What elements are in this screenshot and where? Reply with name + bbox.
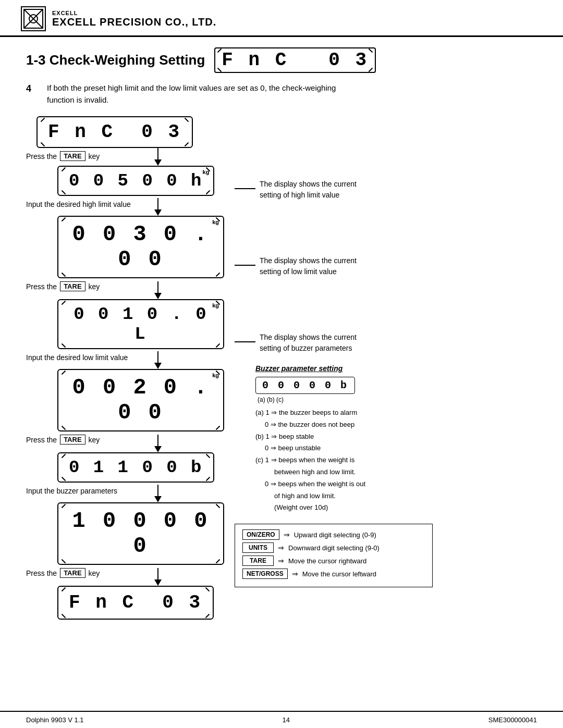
- annotation-low-text: The display shows the currentsetting of …: [260, 255, 357, 277]
- buzzer-section: Buzzer parameter setting 0 0 0 0 0 b (a)…: [255, 364, 537, 513]
- input-buzzer-label: Input the buzzer parameters: [26, 487, 117, 495]
- key-label-1: key: [89, 152, 100, 161]
- display-fnc-03-top: F n C 0 3: [36, 116, 193, 148]
- display-buzzer-current: 0 1 1 0 0 b: [57, 452, 214, 483]
- kg-label-1: kg: [203, 169, 210, 175]
- tare-button-1[interactable]: TARE: [60, 151, 85, 161]
- buzzer-item-c1b: between high and low limit.: [255, 467, 537, 478]
- key-tare-desc: Move the cursor rightward: [288, 557, 366, 565]
- buzzer-display-text: 0 0 0 0 0 b: [262, 379, 348, 391]
- brand: EXCELL EXCELL PRECISION CO., LTD.: [52, 10, 216, 28]
- key-row-netgross: NET/GROSS ⇒ Move the cursor leftward: [242, 569, 425, 579]
- annotation-buzzer-params: The display shows the currentsetting of …: [235, 332, 537, 354]
- arrow-7: [154, 568, 162, 586]
- buzzer-item-c0c: (Weight over 10d): [255, 502, 537, 513]
- buzzer-item-c0b: of high and low limit.: [255, 491, 537, 502]
- press-label-4: Press the: [26, 569, 57, 577]
- display-high-input: kg 0 0 3 0 . 0 0: [57, 216, 224, 278]
- step-number: 4: [26, 82, 47, 94]
- display-low-input-text: 0 0 2 0 . 0 0: [72, 375, 210, 425]
- press-tare-4-label: Press the TARE key: [26, 568, 154, 578]
- tare-button-4[interactable]: TARE: [60, 568, 85, 578]
- flow-item-1: F n C 0 3: [26, 116, 203, 148]
- display-buzzer-input: 1 0 0 0 0 0: [57, 502, 224, 565]
- arrow-3: [154, 281, 162, 299]
- press-label-1: Press the: [26, 152, 57, 161]
- annotation-high-limit: The display shows the currentsetting of …: [235, 179, 537, 201]
- footer-right: SME300000041: [488, 716, 537, 724]
- arrow-5: [154, 435, 162, 452]
- key-units[interactable]: UNITS: [242, 542, 274, 553]
- footer-page-number: 14: [282, 716, 289, 724]
- display-buzzer-input-text: 1 0 0 0 0 0: [72, 509, 210, 559]
- section-title: 1-3 Check-Weighing Setting F n C 0 3: [26, 47, 537, 73]
- annotation-high-text: The display shows the currentsetting of …: [260, 179, 357, 201]
- footer-left: Dolphin 9903 V 1.1: [26, 716, 84, 724]
- key-onzero-desc: Upward digit selecting (0-9): [294, 531, 376, 539]
- arrow-2: [154, 198, 162, 216]
- buzzer-item-c0a: 0 ⇒ beeps when the weight is out: [255, 479, 537, 490]
- press-tare-1-label: Press the TARE key: [26, 151, 154, 161]
- tare-button-3[interactable]: TARE: [60, 435, 85, 445]
- display-low-input: kg 0 0 2 0 . 0 0: [57, 369, 224, 431]
- key-row-tare: TARE ⇒ Move the cursor rightward: [242, 556, 425, 566]
- anno-connector-2: [235, 265, 255, 266]
- title-lcd-display: F n C 0 3: [214, 47, 376, 73]
- buzzer-item-c1a: (c) 1 ⇒ beeps when the weight is: [255, 455, 537, 466]
- flow-layout: F n C 0 3 Press the TARE key: [26, 116, 537, 620]
- flow-column: F n C 0 3 Press the TARE key: [26, 116, 224, 620]
- key-row-units: UNITS ⇒ Downward digit selecting (9-0): [242, 542, 425, 553]
- buzzer-lcd-display: 0 0 0 0 0 b: [255, 377, 355, 394]
- main-content: 1-3 Check-Weighing Setting F n C 0 3 4 I…: [0, 37, 563, 711]
- press-tare-3-label: Press the TARE key: [26, 435, 154, 445]
- display-high-limit-current-text: 0 0 5 0 0 h: [69, 171, 203, 191]
- buzzer-item-a1: (a) 1 ⇒ the buzzer beeps to alarm: [255, 408, 537, 418]
- buzzer-item-a0: 0 ⇒ the buzzer does not beep: [255, 419, 537, 430]
- display-fnc-03-bottom: F n C 0 3: [57, 586, 214, 620]
- key-label-4: key: [89, 569, 100, 577]
- buzzer-abc-label: (a) (b) (c): [258, 396, 537, 403]
- spacer-4: [235, 359, 537, 364]
- key-netgross-desc: Move the cursor leftward: [302, 570, 376, 578]
- kg-label-4: kg: [212, 372, 219, 378]
- display-high-input-text: 0 0 3 0 . 0 0: [72, 222, 210, 272]
- key-reference-table: ON/ZERO ⇒ Upward digit selecting (0-9) U…: [235, 524, 433, 587]
- kg-label-2: kg: [212, 219, 219, 225]
- anno-connector-1: [235, 188, 255, 189]
- buzzer-item-b1: (b) 1 ⇒ beep stable: [255, 431, 537, 442]
- page-footer: Dolphin 9903 V 1.1 14 SME300000041: [0, 711, 563, 728]
- tare-button-2[interactable]: TARE: [60, 281, 85, 291]
- input-high-row: Input the desired high limit value: [26, 198, 203, 216]
- buzzer-parameters-list: (a) 1 ⇒ the buzzer beeps to alarm 0 ⇒ th…: [255, 408, 537, 513]
- press-tare-2-label: Press the TARE key: [26, 281, 154, 291]
- step-text: If both the preset high limit and the lo…: [47, 82, 336, 106]
- spacer-1: [235, 116, 537, 179]
- annotation-column: The display shows the currentsetting of …: [235, 116, 537, 620]
- key-netgross[interactable]: NET/GROSS: [242, 569, 288, 579]
- header: EXCELL EXCELL PRECISION CO., LTD.: [0, 0, 563, 37]
- spacer-3: [235, 282, 537, 332]
- input-low-label: Input the desired low limit value: [26, 353, 128, 362]
- step-4-paragraph: 4 If both the preset high limit and the …: [26, 82, 537, 106]
- arrow-1: [154, 148, 162, 166]
- key-onzero[interactable]: ON/ZERO: [242, 529, 279, 540]
- key-row-onzero: ON/ZERO ⇒ Upward digit selecting (0-9): [242, 529, 425, 540]
- buzzer-title: Buzzer parameter setting: [255, 364, 537, 373]
- kg-label-3: kg: [212, 302, 219, 309]
- brand-excell: EXCELL: [52, 10, 216, 16]
- key-units-desc: Downward digit selecting (9-0): [288, 544, 380, 552]
- arrow-6: [154, 485, 162, 502]
- display-low-limit-current: kg 0 0 1 0 . 0 L: [57, 299, 224, 349]
- display-fnc-03-bottom-text: F n C 0 3: [69, 592, 202, 613]
- buzzer-display-wrap: 0 0 0 0 0 b: [255, 377, 537, 394]
- annotation-buzzer-text: The display shows the currentsetting of …: [260, 332, 357, 354]
- key-label-2: key: [89, 282, 100, 291]
- press-tare-4-row: Press the TARE key: [26, 565, 203, 586]
- input-buzzer-row: Input the buzzer parameters: [26, 485, 203, 502]
- annotation-low-limit: The display shows the currentsetting of …: [235, 255, 537, 277]
- display-high-limit-current: kg 0 0 5 0 0 h: [57, 166, 214, 196]
- display-low-limit-current-text: 0 0 1 0 . 0 L: [74, 304, 207, 344]
- press-tare-3-row: Press the TARE key: [26, 431, 203, 452]
- key-tare[interactable]: TARE: [242, 556, 274, 566]
- key-label-3: key: [89, 436, 100, 444]
